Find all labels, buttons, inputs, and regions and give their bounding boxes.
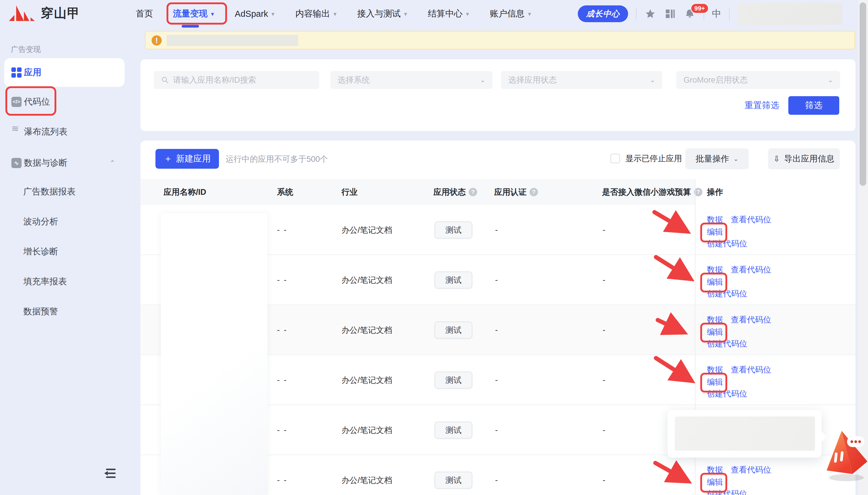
sidebar-item-waterfall-list[interactable]: ≋ 瀑布流列表 bbox=[0, 117, 141, 146]
show-stopped-checkbox-group[interactable]: 显示已停止应用 bbox=[610, 153, 682, 164]
code-icon: </> bbox=[12, 97, 21, 107]
create-ad-unit-link[interactable]: 创建代码位 bbox=[707, 389, 747, 398]
cell-auth: - bbox=[495, 355, 498, 405]
col-header-system: 系统 bbox=[277, 179, 293, 205]
new-app-button[interactable]: ＋ 新建应用 bbox=[156, 149, 219, 169]
pangle-logo-icon bbox=[8, 4, 35, 22]
data-link[interactable]: 数据 bbox=[707, 314, 723, 325]
nav-home[interactable]: 首页 bbox=[136, 8, 153, 20]
language-icon[interactable]: 中 bbox=[712, 7, 721, 20]
sidebar-item-apps[interactable]: 应用 bbox=[4, 58, 125, 87]
cell-system: - - bbox=[277, 355, 287, 405]
search-icon bbox=[161, 76, 169, 84]
star-icon[interactable] bbox=[644, 8, 656, 20]
edit-link[interactable]: 编辑 bbox=[707, 478, 723, 487]
col-header-app-auth: 应用认证? bbox=[494, 179, 538, 205]
data-link[interactable]: 数据 bbox=[707, 364, 723, 375]
status-badge: 测试 bbox=[435, 272, 472, 289]
status-badge: 测试 bbox=[435, 221, 472, 239]
pangle-logo[interactable]: 穿山甲 bbox=[8, 4, 80, 22]
status-badge: 测试 bbox=[435, 372, 472, 389]
edit-link[interactable]: 编辑 bbox=[707, 227, 723, 236]
cell-wechat: - bbox=[603, 355, 605, 405]
help-icon[interactable]: ? bbox=[530, 188, 538, 196]
top-bar: 穿山甲 首页 流量变现▼ AdSpark▼ 内容输出▼ 接入与测试▼ 结算中心▼… bbox=[0, 0, 868, 28]
col-header-wechat-budget: 是否接入微信小游戏预算? bbox=[602, 179, 702, 205]
edit-link[interactable]: 编辑 bbox=[707, 277, 723, 287]
pulse-icon: ∿ bbox=[12, 158, 21, 168]
edit-link[interactable]: 编辑 bbox=[707, 378, 723, 387]
sidebar-item-ad-units[interactable]: </> 代码位 bbox=[0, 87, 141, 116]
checkbox[interactable] bbox=[610, 154, 620, 163]
cell-wechat: - bbox=[603, 455, 605, 495]
data-link[interactable]: 数据 bbox=[707, 214, 723, 225]
create-ad-unit-link[interactable]: 创建代码位 bbox=[707, 239, 747, 248]
view-ad-units-link[interactable]: 查看代码位 bbox=[731, 264, 771, 275]
sidebar-subitem-fluctuation-analysis[interactable]: 波动分析 bbox=[23, 216, 58, 228]
bell-icon[interactable]: 99+ bbox=[684, 8, 696, 20]
tooltip-text-redacted bbox=[675, 416, 815, 451]
cell-wechat: - bbox=[603, 405, 605, 455]
col-header-app-name: 应用名称/ID bbox=[163, 179, 206, 205]
apply-filter-button[interactable]: 筛选 bbox=[788, 96, 839, 115]
app-search-field[interactable] bbox=[154, 71, 319, 89]
scrollbar-thumb[interactable] bbox=[860, 2, 866, 186]
scrollbar-track[interactable] bbox=[858, 0, 868, 495]
nav-monetization[interactable]: 流量变现▼ bbox=[173, 8, 215, 20]
help-icon[interactable]: ? bbox=[469, 188, 477, 196]
cell-system: - - bbox=[277, 405, 287, 455]
view-ad-units-link[interactable]: 查看代码位 bbox=[731, 464, 771, 475]
app-names-redacted bbox=[161, 214, 267, 495]
growth-center-badge[interactable]: 成长中心 bbox=[578, 5, 628, 22]
app-status-select[interactable]: 选择应用状态 ⌄ bbox=[501, 71, 662, 89]
edit-link[interactable]: 编辑 bbox=[707, 327, 723, 337]
create-ad-unit-link[interactable]: 创建代码位 bbox=[707, 489, 747, 495]
batch-actions-button[interactable]: 批量操作 ⌄ bbox=[685, 148, 749, 169]
main-nav: 首页 流量变现▼ AdSpark▼ 内容输出▼ 接入与测试▼ 结算中心▼ 账户信… bbox=[136, 0, 532, 28]
sidebar-collapse-icon[interactable] bbox=[104, 467, 117, 479]
cell-system: - - bbox=[277, 305, 287, 355]
col-header-app-status: 应用状态? bbox=[433, 179, 477, 205]
view-ad-units-link[interactable]: 查看代码位 bbox=[731, 314, 771, 325]
assistant-tooltip bbox=[668, 410, 821, 458]
cell-wechat: - bbox=[603, 255, 605, 305]
nav-integration-test[interactable]: 接入与测试▼ bbox=[357, 8, 408, 20]
plus-icon: ＋ bbox=[164, 153, 173, 165]
export-apps-button[interactable]: ⇩ 导出应用信息 bbox=[768, 148, 840, 169]
nav-adspark[interactable]: AdSpark▼ bbox=[235, 9, 276, 19]
search-input[interactable] bbox=[173, 75, 312, 85]
account-area-redacted[interactable] bbox=[738, 3, 842, 25]
warning-icon: ! bbox=[152, 35, 162, 46]
chevron-down-icon: ▼ bbox=[465, 11, 470, 17]
view-ad-units-link[interactable]: 查看代码位 bbox=[731, 364, 771, 375]
reset-filter-button[interactable]: 重置筛选 bbox=[745, 100, 779, 112]
cell-industry: 办公/笔记文档 bbox=[341, 305, 392, 355]
nav-settlement[interactable]: 结算中心▼ bbox=[428, 8, 470, 20]
data-link[interactable]: 数据 bbox=[707, 464, 723, 475]
create-ad-unit-link[interactable]: 创建代码位 bbox=[707, 339, 747, 348]
system-select[interactable]: 选择系统 ⌄ bbox=[330, 71, 492, 89]
data-link[interactable]: 数据 bbox=[707, 264, 723, 275]
nav-content-output[interactable]: 内容输出▼ bbox=[295, 8, 338, 20]
divider bbox=[729, 7, 730, 20]
app-limit-note: 运行中的应用不可多于500个 bbox=[226, 154, 328, 165]
cell-system: - - bbox=[277, 455, 287, 495]
cell-industry: 办公/笔记文档 bbox=[341, 205, 392, 255]
notification-badge: 99+ bbox=[690, 3, 709, 14]
cell-auth: - bbox=[495, 305, 498, 355]
create-ad-unit-link[interactable]: 创建代码位 bbox=[707, 289, 747, 298]
row-actions: 数据查看代码位 编辑 创建代码位 bbox=[707, 255, 851, 305]
view-ad-units-link[interactable]: 查看代码位 bbox=[731, 214, 771, 225]
nav-account-info[interactable]: 账户信息▼ bbox=[490, 8, 532, 20]
sidebar-subitem-growth-diagnosis[interactable]: 增长诊断 bbox=[23, 246, 58, 258]
sidebar-subitem-data-alert[interactable]: 数据预警 bbox=[23, 306, 58, 318]
filter-panel: 选择系统 ⌄ 选择应用状态 ⌄ GroMore启用状态 ⌄ 重置筛选 筛选 bbox=[140, 59, 855, 131]
chevron-down-icon: ⌄ bbox=[480, 76, 485, 84]
cell-system: - - bbox=[277, 255, 287, 305]
sidebar-subitem-fill-rate-report[interactable]: 填充率报表 bbox=[23, 276, 67, 288]
sidebar-item-data-diagnosis[interactable]: ∿ 数据与诊断 ⌃ bbox=[0, 149, 141, 177]
gromore-status-select[interactable]: GroMore启用状态 ⌄ bbox=[676, 71, 840, 89]
pangle-assistant-mascot[interactable] bbox=[823, 428, 868, 483]
sidebar-subitem-ad-data-report[interactable]: 广告数据报表 bbox=[23, 186, 75, 198]
apps-grid-icon[interactable] bbox=[664, 8, 676, 20]
